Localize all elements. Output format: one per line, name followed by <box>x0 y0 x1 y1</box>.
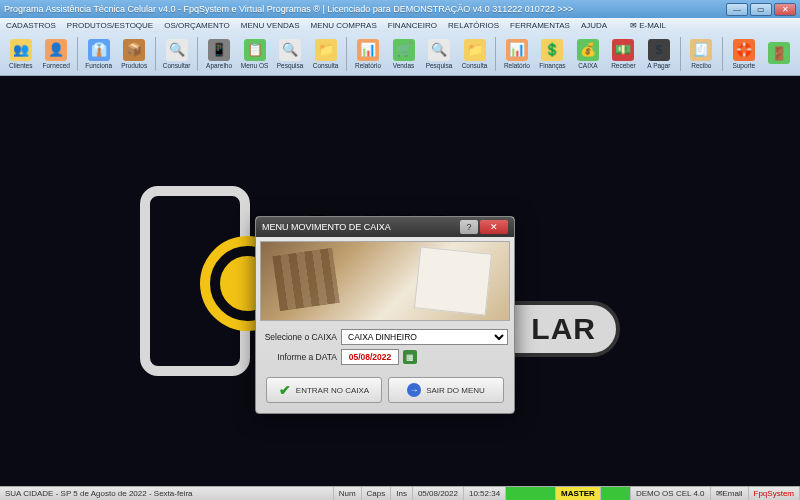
menu-financeiro[interactable]: FINANCEIRO <box>388 21 437 30</box>
toolbar-icon: 🚪 <box>768 42 790 64</box>
toolbar-icon: 🔍 <box>166 39 188 61</box>
toolbar-icon: 👥 <box>10 39 32 61</box>
check-icon: ✔ <box>279 382 291 398</box>
status-master: MASTER <box>556 487 601 500</box>
caixa-select[interactable]: CAIXA DINHEIRO <box>341 329 508 345</box>
toolbar-icon: 📦 <box>123 39 145 61</box>
close-button[interactable]: ✕ <box>774 3 796 16</box>
toolbar-icon: 🛟 <box>733 39 755 61</box>
enter-caixa-button[interactable]: ✔ ENTRAR NO CAIXA <box>266 377 382 403</box>
calendar-icon[interactable]: ▦ <box>403 350 417 364</box>
toolbar-clientes[interactable]: 👥Clientes <box>4 34 38 74</box>
status-demo: DEMO OS CEL 4.0 <box>631 487 711 500</box>
toolbar-icon: 👔 <box>88 39 110 61</box>
date-label: Informe a DATA <box>262 352 337 362</box>
status-indicator-green <box>506 487 556 500</box>
status-num: Num <box>334 487 362 500</box>
toolbar-forneced[interactable]: 👤Forneced <box>40 34 74 74</box>
menu-ajuda[interactable]: AJUDA <box>581 21 607 30</box>
caixa-select-label: Selecione o CAIXA <box>262 332 337 342</box>
toolbar-relatório[interactable]: 📊Relatório <box>351 34 385 74</box>
exit-menu-button[interactable]: → SAIR DO MENU <box>388 377 504 403</box>
statusbar: SUA CIDADE - SP 5 de Agosto de 2022 - Se… <box>0 486 800 500</box>
menu-cadastros[interactable]: CADASTROS <box>6 21 56 30</box>
toolbar: 👥Clientes👤Forneced👔Funciona📦Produtos🔍Con… <box>0 32 800 76</box>
workspace: O NA LAR MENU MOVIMENTO DE CAIXA ? ✕ Sel… <box>0 76 800 486</box>
toolbar-icon: 💵 <box>612 39 634 61</box>
toolbar-icon: 📁 <box>315 39 337 61</box>
toolbar-consulta[interactable]: 📁Consulta <box>458 34 492 74</box>
toolbar-icon: 🧾 <box>690 39 712 61</box>
status-ins: Ins <box>391 487 413 500</box>
email-button[interactable]: ✉ E-MAIL <box>630 21 666 30</box>
dialog-banner-image <box>260 241 510 321</box>
toolbar-icon: 📱 <box>208 39 230 61</box>
status-brand: FpqSystem <box>749 487 800 500</box>
status-date: 05/08/2022 <box>413 487 464 500</box>
toolbar-finanças[interactable]: 💲Finanças <box>536 34 570 74</box>
menu-ferramentas[interactable]: FERRAMENTAS <box>510 21 570 30</box>
dialog-help-button[interactable]: ? <box>460 220 478 234</box>
status-time: 10:52:34 <box>464 487 506 500</box>
toolbar-icon: 🔍 <box>428 39 450 61</box>
status-email[interactable]: ✉ Email <box>711 487 749 500</box>
status-caps: Caps <box>362 487 392 500</box>
caixa-dialog: MENU MOVIMENTO DE CAIXA ? ✕ Selecione o … <box>255 216 515 414</box>
menu-produtos[interactable]: PRODUTOS/ESTOQUE <box>67 21 153 30</box>
toolbar-consulta[interactable]: 📁Consulta <box>309 34 343 74</box>
toolbar-aparelho[interactable]: 📱Aparelho <box>202 34 236 74</box>
status-indicator-green2 <box>601 487 631 500</box>
status-location: SUA CIDADE - SP 5 de Agosto de 2022 - Se… <box>0 487 334 500</box>
toolbar-menu os[interactable]: 📋Menu OS <box>238 34 272 74</box>
toolbar-receber[interactable]: 💵Receber <box>607 34 641 74</box>
toolbar-produtos[interactable]: 📦Produtos <box>117 34 151 74</box>
toolbar-icon: $ <box>648 39 670 61</box>
dialog-body: Selecione o CAIXA CAIXA DINHEIRO Informe… <box>256 237 514 413</box>
toolbar-icon: 📁 <box>464 39 486 61</box>
toolbar-pesquisa[interactable]: 🔍Pesquisa <box>422 34 456 74</box>
toolbar-recibo[interactable]: 🧾Recibo <box>685 34 719 74</box>
toolbar-icon: 🔍 <box>279 39 301 61</box>
menu-os[interactable]: OS/ORÇAMENTO <box>164 21 230 30</box>
arrow-right-icon: → <box>407 383 421 397</box>
toolbar-relatório[interactable]: 📊Relatório <box>500 34 534 74</box>
toolbar-vendas[interactable]: 🛒Vendas <box>387 34 421 74</box>
minimize-button[interactable]: — <box>726 3 748 16</box>
toolbar-consultar[interactable]: 🔍Consultar <box>160 34 194 74</box>
dialog-close-button[interactable]: ✕ <box>480 220 508 234</box>
window-controls: — ▭ ✕ <box>726 3 796 16</box>
menu-vendas[interactable]: MENU VENDAS <box>241 21 300 30</box>
toolbar-pesquisa[interactable]: 🔍Pesquisa <box>273 34 307 74</box>
toolbar-icon: 💲 <box>541 39 563 61</box>
dialog-titlebar[interactable]: MENU MOVIMENTO DE CAIXA ? ✕ <box>256 217 514 237</box>
menu-compras[interactable]: MENU COMPRAS <box>311 21 377 30</box>
toolbar-icon: 📊 <box>357 39 379 61</box>
window-title: Programa Assistência Técnica Celular v4.… <box>4 4 726 14</box>
dialog-title: MENU MOVIMENTO DE CAIXA <box>262 222 460 232</box>
toolbar-icon: 💰 <box>577 39 599 61</box>
toolbar-icon: 🛒 <box>393 39 415 61</box>
toolbar-a pagar[interactable]: $A Pagar <box>642 34 676 74</box>
date-input[interactable] <box>341 349 399 365</box>
menu-relatorios[interactable]: RELATÓRIOS <box>448 21 499 30</box>
toolbar-icon: 👤 <box>45 39 67 61</box>
window-titlebar: Programa Assistência Técnica Celular v4.… <box>0 0 800 18</box>
toolbar-funciona[interactable]: 👔Funciona <box>82 34 116 74</box>
toolbar-exit[interactable]: 🚪 <box>763 34 797 74</box>
toolbar-icon: 📊 <box>506 39 528 61</box>
maximize-button[interactable]: ▭ <box>750 3 772 16</box>
menubar: CADASTROS PRODUTOS/ESTOQUE OS/ORÇAMENTO … <box>0 18 800 32</box>
toolbar-suporte[interactable]: 🛟Suporte <box>727 34 761 74</box>
toolbar-icon: 📋 <box>244 39 266 61</box>
toolbar-caixa[interactable]: 💰CAIXA <box>571 34 605 74</box>
